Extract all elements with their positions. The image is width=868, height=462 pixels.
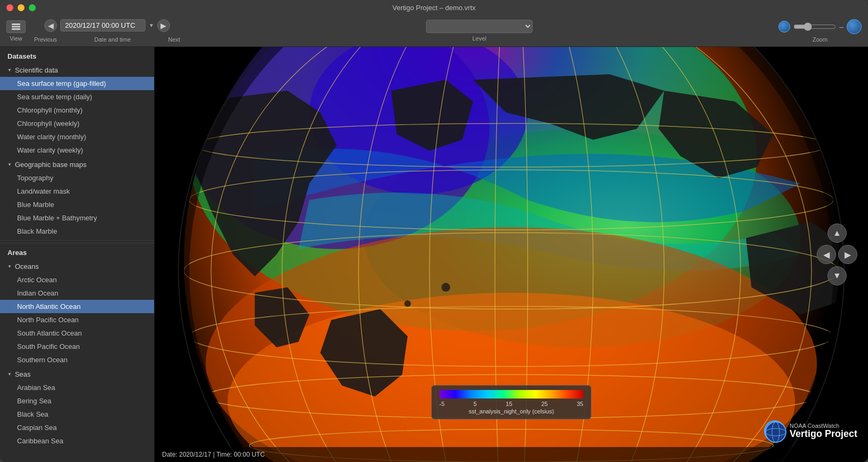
view-button[interactable] (6, 20, 26, 33)
next-label: Next (168, 36, 180, 43)
nav-left-right-row: ◀ ▶ (817, 245, 857, 264)
nav-up-button[interactable]: ▲ (827, 224, 847, 243)
sea-item-4[interactable]: Caribbean Sea (0, 434, 154, 448)
svg-point-12 (441, 283, 450, 291)
navigation-arrows: ▲ ◀ ▶ ▼ (817, 224, 857, 285)
zoom-label: Zoom (813, 36, 827, 43)
zoom-section: – Zoom (778, 19, 862, 43)
seas-group: ▼ Seas Arabian Sea Bering Sea Black Sea … (0, 368, 154, 448)
scientific-data-item-3[interactable]: Chlorophyll (weekly) (0, 117, 154, 130)
zoom-controls: – (778, 19, 862, 34)
sea-item-3[interactable]: Caspian Sea (0, 421, 154, 434)
datetime-label: Date and time (94, 36, 131, 43)
toolbar: View ◀ ▼ ▶ Previous Date and time Next L… (0, 15, 868, 47)
legend-title: sst_analysis_night_only (celsius) (439, 408, 583, 415)
ocean-item-3[interactable]: North Pacific Ocean (0, 313, 154, 326)
scientific-data-item-5[interactable]: Water clarity (weekly) (0, 144, 154, 157)
window-buttons (6, 4, 36, 11)
level-label: Level (472, 35, 486, 42)
geo-basemaps-expand-icon: ▼ (7, 162, 12, 167)
nav-right-button[interactable]: ▶ (838, 245, 857, 264)
view-section: View (6, 20, 26, 42)
zoom-slider[interactable] (793, 22, 836, 31)
section-divider (0, 240, 154, 241)
legend-color-bar (439, 390, 583, 399)
geo-item-3[interactable]: Blue Marble + Bathymetry (0, 211, 154, 225)
oceans-expand-icon: ▼ (7, 264, 12, 269)
level-section: Level (189, 20, 770, 42)
branding: NOAA CoastWatch Vertigo Project (764, 420, 857, 442)
datasets-header: Datasets (0, 47, 154, 63)
close-button[interactable] (6, 4, 13, 11)
geo-basemaps-group: ▼ Geographic base maps Topography Land/w… (0, 158, 154, 238)
datetime-dropdown-arrow[interactable]: ▼ (149, 22, 154, 28)
status-bar: Date: 2020/12/17 | Time: 00:00 UTC (155, 447, 868, 462)
sea-item-0[interactable]: Arabian Sea (0, 381, 154, 394)
ocean-item-1[interactable]: Indian Ocean (0, 286, 154, 300)
legend-tick-1: 5 (473, 401, 477, 407)
legend-labels: -5 5 15 25 35 (439, 401, 583, 407)
datetime-controls: ◀ ▼ ▶ (44, 19, 170, 32)
geo-basemaps-label: Geographic base maps (15, 161, 86, 169)
title-bar: Vertigo Project – demo.vrtx (0, 0, 868, 15)
oceans-label: Oceans (15, 262, 39, 270)
areas-header: Areas (0, 243, 154, 260)
brand-text: NOAA CoastWatch Vertigo Project (790, 423, 857, 440)
ocean-item-0[interactable]: Arctic Ocean (0, 273, 154, 286)
svg-rect-0 (12, 23, 20, 25)
zoom-globe-large-icon (847, 19, 862, 34)
zoom-globe-small-icon (778, 21, 790, 33)
scientific-data-item-0[interactable]: Sea surface temp (gap-filled) (0, 77, 154, 90)
geo-item-1[interactable]: Land/water mask (0, 185, 154, 198)
main-window: Vertigo Project – demo.vrtx View ◀ ▼ ▶ P… (0, 0, 868, 462)
svg-rect-2 (12, 28, 20, 30)
geo-item-2[interactable]: Blue Marble (0, 198, 154, 211)
minimize-button[interactable] (18, 4, 25, 11)
scientific-data-label: Scientific data (15, 66, 58, 74)
status-text: Date: 2020/12/17 | Time: 00:00 UTC (162, 451, 265, 458)
main-content: Datasets ▼ Scientific data Sea surface t… (0, 47, 868, 462)
previous-label: Previous (34, 36, 57, 43)
brand-globe-icon (764, 420, 785, 442)
scientific-data-item-4[interactable]: Water clarity (monthly) (0, 130, 154, 144)
seas-expand-icon: ▼ (7, 372, 12, 377)
datetime-input[interactable] (60, 19, 146, 31)
color-legend: -5 5 15 25 35 sst_analysis_night_only (c… (431, 385, 591, 419)
maximize-button[interactable] (29, 4, 36, 11)
scientific-data-item-1[interactable]: Sea surface temp (daily) (0, 90, 154, 103)
legend-tick-4: 35 (577, 401, 583, 407)
seas-label: Seas (15, 370, 31, 378)
seas-group-header[interactable]: ▼ Seas (0, 368, 154, 381)
svg-point-13 (404, 300, 411, 307)
zoom-minus-icon: – (839, 22, 843, 31)
ocean-item-4[interactable]: South Atlantic Ocean (0, 326, 154, 340)
ocean-item-5[interactable]: South Pacific Ocean (0, 340, 154, 353)
sea-item-2[interactable]: Black Sea (0, 408, 154, 421)
previous-button[interactable]: ◀ (44, 19, 57, 32)
oceans-group: ▼ Oceans Arctic Ocean Indian Ocean North… (0, 260, 154, 367)
sidebar-list: Datasets ▼ Scientific data Sea surface t… (0, 47, 154, 462)
nav-left-button[interactable]: ◀ (817, 245, 836, 264)
viewport[interactable]: ▲ ◀ ▶ ▼ -5 5 15 25 35 sst_analysis_night… (155, 47, 868, 462)
scientific-data-group: ▼ Scientific data Sea surface temp (gap-… (0, 63, 154, 157)
scientific-data-group-header[interactable]: ▼ Scientific data (0, 63, 154, 77)
legend-tick-0: -5 (439, 401, 445, 407)
oceans-group-header[interactable]: ▼ Oceans (0, 260, 154, 273)
svg-rect-1 (12, 26, 20, 27)
legend-tick-3: 25 (541, 401, 548, 407)
nav-down-button[interactable]: ▼ (827, 266, 847, 285)
ocean-item-2[interactable]: North Atlantic Ocean (0, 300, 154, 313)
window-title: Vertigo Project – demo.vrtx (392, 4, 476, 12)
geo-item-4[interactable]: Black Marble (0, 225, 154, 238)
scientific-data-item-2[interactable]: Chlorophyll (monthly) (0, 103, 154, 117)
brand-vertigo: Vertigo Project (790, 429, 857, 440)
geo-basemaps-group-header[interactable]: ▼ Geographic base maps (0, 158, 154, 171)
next-button[interactable]: ▶ (157, 19, 170, 32)
ocean-item-6[interactable]: Southern Ocean (0, 353, 154, 367)
legend-tick-2: 15 (506, 401, 512, 407)
sea-item-1[interactable]: Bering Sea (0, 394, 154, 408)
sidebar: Datasets ▼ Scientific data Sea surface t… (0, 47, 155, 462)
view-label: View (10, 35, 22, 42)
level-dropdown[interactable] (426, 20, 533, 33)
geo-item-0[interactable]: Topography (0, 171, 154, 185)
